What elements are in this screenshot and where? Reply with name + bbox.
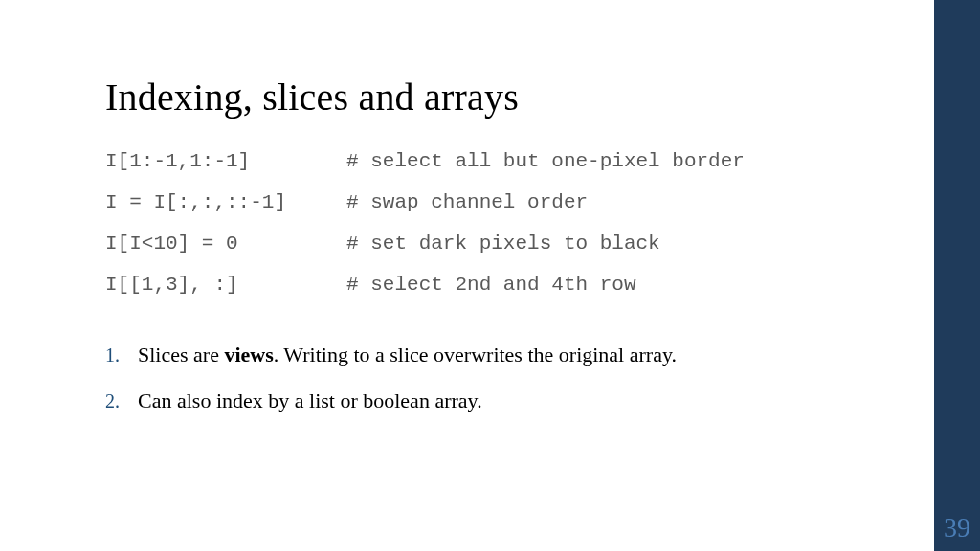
list-text: Can also index by a list or boolean arra… <box>138 386 923 416</box>
page-number: 39 <box>934 513 980 543</box>
code-block: I[1:-1,1:-1] # select all but one-pixel … <box>105 141 923 305</box>
code-line: I[I<10] = 0 # set dark pixels to black <box>105 232 660 254</box>
sidebar-accent: 39 <box>934 0 980 551</box>
list-item: 1. Slices are views. Writing to a slice … <box>105 340 923 370</box>
slide-content: Indexing, slices and arrays I[1:-1,1:-1]… <box>105 75 923 431</box>
slide: Indexing, slices and arrays I[1:-1,1:-1]… <box>0 0 980 551</box>
list-number: 2. <box>105 386 138 415</box>
text-bold: views <box>224 342 273 366</box>
code-line: I[[1,3], :] # select 2nd and 4th row <box>105 274 636 296</box>
code-line: I = I[:,:,::-1] # swap channel order <box>105 191 588 213</box>
notes-list: 1. Slices are views. Writing to a slice … <box>105 340 923 416</box>
list-text: Slices are views. Writing to a slice ove… <box>138 340 923 370</box>
list-item: 2. Can also index by a list or boolean a… <box>105 386 923 416</box>
text-span: Slices are <box>138 342 224 366</box>
slide-title: Indexing, slices and arrays <box>105 75 923 120</box>
list-number: 1. <box>105 340 138 369</box>
text-span: . Writing to a slice overwrites the orig… <box>274 342 677 366</box>
code-line: I[1:-1,1:-1] # select all but one-pixel … <box>105 150 745 172</box>
